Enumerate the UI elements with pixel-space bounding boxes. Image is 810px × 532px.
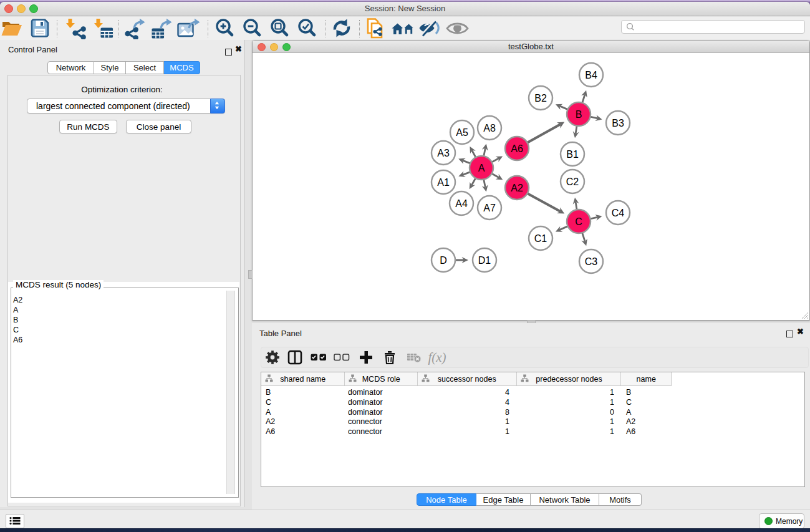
svg-text:A7: A7 — [483, 203, 496, 213]
svg-text:B1: B1 — [566, 149, 579, 160]
svg-text:A4: A4 — [455, 198, 468, 209]
svg-text:f(x): f(x) — [428, 350, 446, 365]
svg-text:B3: B3 — [612, 118, 624, 128]
svg-text:C4: C4 — [612, 208, 625, 218]
svg-text:C: C — [575, 216, 582, 227]
svg-text:A5: A5 — [456, 127, 468, 138]
svg-text:A: A — [478, 163, 485, 173]
svg-text:C1: C1 — [534, 233, 547, 244]
svg-text:C3: C3 — [585, 256, 598, 267]
svg-text:B: B — [576, 109, 582, 120]
svg-text:D1: D1 — [478, 255, 491, 266]
svg-text:C2: C2 — [566, 177, 579, 187]
svg-text:A6: A6 — [511, 143, 523, 154]
svg-text:B4: B4 — [585, 70, 597, 80]
svg-text:A1: A1 — [437, 177, 450, 188]
svg-text:A3: A3 — [437, 148, 450, 158]
svg-text:A2: A2 — [511, 183, 523, 193]
svg-text:A8: A8 — [483, 123, 496, 133]
svg-text:D: D — [440, 255, 447, 266]
svg-text:B2: B2 — [534, 93, 547, 104]
